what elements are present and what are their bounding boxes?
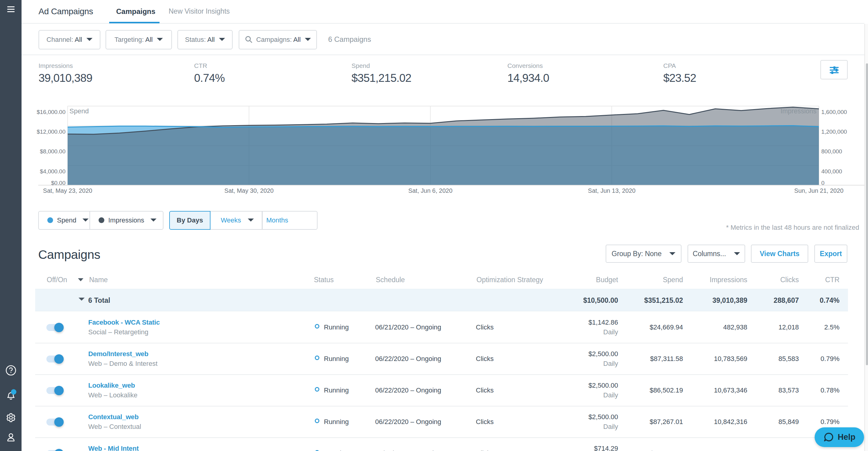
svg-text:Spend: Spend: [69, 107, 89, 115]
svg-text:Sat, Jun 13, 2020: Sat, Jun 13, 2020: [588, 187, 636, 194]
svg-text:$4,000.00: $4,000.00: [40, 168, 65, 174]
svg-text:1,200,000: 1,200,000: [821, 129, 847, 135]
svg-text:400,000: 400,000: [821, 168, 842, 174]
svg-text:0: 0: [821, 180, 825, 186]
svg-text:Sat, Jun 6, 2020: Sat, Jun 6, 2020: [408, 187, 453, 194]
svg-text:$16,000.00: $16,000.00: [37, 109, 65, 115]
svg-text:800,000: 800,000: [821, 148, 842, 155]
svg-text:Impressions: Impressions: [780, 107, 816, 115]
svg-text:$0.00: $0.00: [51, 180, 65, 186]
svg-text:$12,000.00: $12,000.00: [37, 129, 65, 135]
svg-text:Sun, Jun 21, 2020: Sun, Jun 21, 2020: [794, 187, 843, 194]
svg-text:Sat, May 30, 2020: Sat, May 30, 2020: [224, 187, 274, 194]
svg-text:1,600,000: 1,600,000: [821, 109, 847, 115]
svg-text:$8,000.00: $8,000.00: [40, 148, 65, 155]
svg-text:Sat, May 23, 2020: Sat, May 23, 2020: [43, 187, 92, 194]
